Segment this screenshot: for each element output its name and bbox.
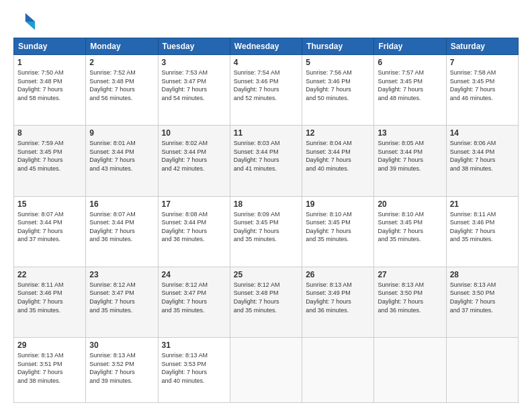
- calendar-cell: [230, 338, 302, 403]
- calendar-cell: 23Sunrise: 8:12 AMSunset: 3:47 PMDayligh…: [86, 267, 158, 337]
- day-number: 11: [234, 128, 298, 138]
- day-number: 13: [378, 128, 442, 138]
- day-info: Sunrise: 7:50 AMSunset: 3:48 PMDaylight:…: [17, 68, 82, 102]
- day-number: 25: [234, 270, 298, 279]
- day-number: 23: [89, 270, 154, 279]
- calendar-cell: 5Sunrise: 7:56 AMSunset: 3:46 PMDaylight…: [302, 55, 374, 126]
- col-header-monday: Monday: [86, 38, 158, 55]
- day-info: Sunrise: 7:58 AMSunset: 3:45 PMDaylight:…: [450, 68, 515, 102]
- day-number: 7: [450, 58, 515, 67]
- day-info: Sunrise: 8:02 AMSunset: 3:44 PMDaylight:…: [162, 139, 226, 173]
- calendar-cell: 16Sunrise: 8:07 AMSunset: 3:44 PMDayligh…: [86, 196, 158, 267]
- calendar-cell: 20Sunrise: 8:10 AMSunset: 3:45 PMDayligh…: [374, 196, 446, 267]
- calendar-cell: 22Sunrise: 8:11 AMSunset: 3:46 PMDayligh…: [14, 267, 86, 337]
- calendar-cell: 18Sunrise: 8:09 AMSunset: 3:45 PMDayligh…: [230, 196, 302, 267]
- day-number: 19: [306, 199, 370, 209]
- calendar-cell: 10Sunrise: 8:02 AMSunset: 3:44 PMDayligh…: [158, 126, 230, 196]
- day-number: 5: [306, 58, 370, 67]
- day-info: Sunrise: 7:56 AMSunset: 3:46 PMDaylight:…: [306, 68, 370, 102]
- day-number: 18: [234, 199, 298, 209]
- calendar-cell: 14Sunrise: 8:06 AMSunset: 3:44 PMDayligh…: [446, 126, 518, 196]
- day-number: 12: [306, 128, 370, 138]
- calendar-cell: 25Sunrise: 8:12 AMSunset: 3:48 PMDayligh…: [230, 267, 302, 337]
- calendar-cell: 29Sunrise: 8:13 AMSunset: 3:51 PMDayligh…: [14, 338, 86, 403]
- col-header-wednesday: Wednesday: [230, 38, 302, 55]
- day-info: Sunrise: 7:53 AMSunset: 3:47 PMDaylight:…: [162, 68, 226, 102]
- day-number: 10: [162, 128, 226, 138]
- day-info: Sunrise: 8:13 AMSunset: 3:49 PMDaylight:…: [306, 281, 370, 314]
- day-number: 27: [378, 270, 442, 279]
- day-number: 26: [306, 270, 370, 279]
- calendar-cell: 27Sunrise: 8:13 AMSunset: 3:50 PMDayligh…: [374, 267, 446, 337]
- day-info: Sunrise: 8:12 AMSunset: 3:47 PMDaylight:…: [89, 281, 154, 314]
- calendar-week-row: 1Sunrise: 7:50 AMSunset: 3:48 PMDaylight…: [14, 55, 519, 126]
- calendar-cell: [446, 338, 518, 403]
- day-number: 17: [162, 199, 226, 209]
- calendar-cell: 24Sunrise: 8:12 AMSunset: 3:47 PMDayligh…: [158, 267, 230, 337]
- logo-icon: [13, 11, 35, 32]
- day-info: Sunrise: 7:52 AMSunset: 3:48 PMDaylight:…: [89, 68, 154, 102]
- day-info: Sunrise: 8:13 AMSunset: 3:53 PMDaylight:…: [162, 351, 226, 385]
- calendar-week-row: 29Sunrise: 8:13 AMSunset: 3:51 PMDayligh…: [14, 338, 519, 403]
- col-header-saturday: Saturday: [446, 38, 518, 55]
- day-info: Sunrise: 7:59 AMSunset: 3:45 PMDaylight:…: [17, 139, 82, 173]
- day-number: 20: [378, 199, 442, 209]
- calendar-week-row: 22Sunrise: 8:11 AMSunset: 3:46 PMDayligh…: [14, 267, 519, 337]
- calendar-cell: 26Sunrise: 8:13 AMSunset: 3:49 PMDayligh…: [302, 267, 374, 337]
- day-number: 21: [450, 199, 515, 209]
- calendar-cell: 21Sunrise: 8:11 AMSunset: 3:46 PMDayligh…: [446, 196, 518, 267]
- calendar-cell: 9Sunrise: 8:01 AMSunset: 3:44 PMDaylight…: [86, 126, 158, 196]
- day-info: Sunrise: 8:07 AMSunset: 3:44 PMDaylight:…: [17, 210, 82, 244]
- day-number: 3: [162, 58, 226, 67]
- day-info: Sunrise: 8:10 AMSunset: 3:45 PMDaylight:…: [378, 210, 442, 244]
- calendar-table: SundayMondayTuesdayWednesdayThursdayFrid…: [13, 38, 519, 403]
- col-header-friday: Friday: [374, 38, 446, 55]
- day-number: 31: [162, 340, 226, 350]
- day-info: Sunrise: 8:13 AMSunset: 3:50 PMDaylight:…: [450, 281, 515, 314]
- day-number: 22: [17, 270, 82, 279]
- calendar-cell: 12Sunrise: 8:04 AMSunset: 3:44 PMDayligh…: [302, 126, 374, 196]
- day-info: Sunrise: 8:03 AMSunset: 3:44 PMDaylight:…: [234, 139, 298, 173]
- calendar-cell: 15Sunrise: 8:07 AMSunset: 3:44 PMDayligh…: [14, 196, 86, 267]
- day-info: Sunrise: 8:01 AMSunset: 3:44 PMDaylight:…: [89, 139, 154, 173]
- calendar-header-row: SundayMondayTuesdayWednesdayThursdayFrid…: [14, 38, 519, 55]
- day-info: Sunrise: 8:13 AMSunset: 3:50 PMDaylight:…: [378, 281, 442, 314]
- calendar-cell: 8Sunrise: 7:59 AMSunset: 3:45 PMDaylight…: [14, 126, 86, 196]
- col-header-thursday: Thursday: [302, 38, 374, 55]
- day-number: 29: [17, 340, 82, 350]
- day-number: 2: [89, 58, 154, 67]
- calendar-cell: 2Sunrise: 7:52 AMSunset: 3:48 PMDaylight…: [86, 55, 158, 126]
- calendar-week-row: 15Sunrise: 8:07 AMSunset: 3:44 PMDayligh…: [14, 196, 519, 267]
- day-number: 8: [17, 128, 82, 138]
- calendar-cell: 13Sunrise: 8:05 AMSunset: 3:44 PMDayligh…: [374, 126, 446, 196]
- day-info: Sunrise: 8:06 AMSunset: 3:44 PMDaylight:…: [450, 139, 515, 173]
- day-info: Sunrise: 8:07 AMSunset: 3:44 PMDaylight:…: [89, 210, 154, 244]
- calendar-week-row: 8Sunrise: 7:59 AMSunset: 3:45 PMDaylight…: [14, 126, 519, 196]
- calendar-cell: 3Sunrise: 7:53 AMSunset: 3:47 PMDaylight…: [158, 55, 230, 126]
- day-info: Sunrise: 8:09 AMSunset: 3:45 PMDaylight:…: [234, 210, 298, 244]
- day-number: 6: [378, 58, 442, 67]
- svg-marker-1: [26, 21, 35, 30]
- page: SundayMondayTuesdayWednesdayThursdayFrid…: [0, 0, 532, 411]
- day-info: Sunrise: 8:11 AMSunset: 3:46 PMDaylight:…: [17, 281, 82, 314]
- calendar-cell: 6Sunrise: 7:57 AMSunset: 3:45 PMDaylight…: [374, 55, 446, 126]
- day-number: 28: [450, 270, 515, 279]
- col-header-tuesday: Tuesday: [158, 38, 230, 55]
- logo: [13, 11, 38, 32]
- day-info: Sunrise: 8:11 AMSunset: 3:46 PMDaylight:…: [450, 210, 515, 244]
- calendar-cell: 31Sunrise: 8:13 AMSunset: 3:53 PMDayligh…: [158, 338, 230, 403]
- day-info: Sunrise: 8:05 AMSunset: 3:44 PMDaylight:…: [378, 139, 442, 173]
- day-info: Sunrise: 8:12 AMSunset: 3:47 PMDaylight:…: [162, 281, 226, 314]
- day-number: 9: [89, 128, 154, 138]
- day-info: Sunrise: 8:08 AMSunset: 3:44 PMDaylight:…: [162, 210, 226, 244]
- day-number: 30: [89, 340, 154, 350]
- svg-marker-0: [26, 13, 35, 21]
- day-number: 24: [162, 270, 226, 279]
- day-info: Sunrise: 7:54 AMSunset: 3:46 PMDaylight:…: [234, 68, 298, 102]
- day-number: 1: [17, 58, 82, 67]
- calendar-cell: 4Sunrise: 7:54 AMSunset: 3:46 PMDaylight…: [230, 55, 302, 126]
- calendar-cell: 28Sunrise: 8:13 AMSunset: 3:50 PMDayligh…: [446, 267, 518, 337]
- day-number: 15: [17, 199, 82, 209]
- calendar-cell: 17Sunrise: 8:08 AMSunset: 3:44 PMDayligh…: [158, 196, 230, 267]
- calendar-cell: [302, 338, 374, 403]
